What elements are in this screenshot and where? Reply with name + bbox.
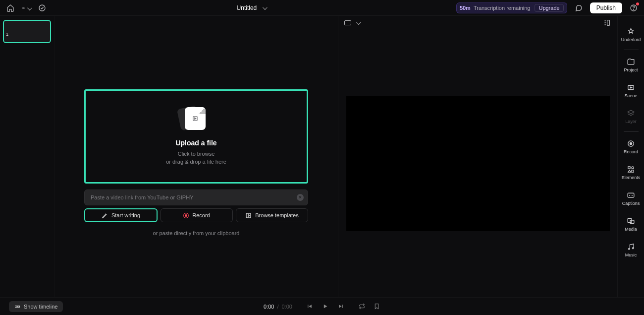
sidebar-item-elements[interactable]: Elements — [618, 161, 644, 185]
file-icon — [185, 107, 208, 131]
svg-rect-19 — [632, 170, 634, 172]
top-bar: Untitled 50m Transcription remaining Upg… — [0, 0, 644, 16]
upload-title: Upload a file — [175, 139, 216, 147]
svg-rect-9 — [249, 216, 251, 218]
sidebar-item-music[interactable]: Music — [618, 238, 644, 262]
help-icon[interactable] — [629, 3, 638, 12]
svg-point-3 — [39, 5, 45, 11]
svg-rect-7 — [246, 213, 248, 218]
sidebar-item-record[interactable]: Record — [618, 135, 644, 159]
menu-icon[interactable] — [22, 3, 31, 12]
svg-rect-17 — [628, 167, 630, 169]
skip-back-icon[interactable] — [306, 303, 313, 310]
action-row: Start writing Record Browse templates — [84, 208, 308, 222]
notification-dot — [636, 2, 639, 5]
sidebar-item-scene[interactable]: Scene — [618, 79, 644, 103]
checkmark-circle-icon[interactable] — [38, 3, 47, 12]
svg-rect-22 — [630, 220, 634, 223]
clear-icon[interactable]: ✕ — [297, 194, 304, 201]
chat-icon[interactable] — [574, 3, 583, 12]
loop-icon[interactable] — [359, 303, 366, 310]
duration: 0:00 — [282, 304, 292, 310]
transcription-pill: 50m Transcription remaining Upgrade — [456, 2, 567, 13]
svg-point-5 — [634, 9, 634, 10]
chevron-down-icon[interactable] — [261, 4, 266, 11]
sidebar-item-media[interactable]: Media — [618, 212, 644, 236]
templates-icon — [245, 212, 252, 219]
svg-rect-10 — [607, 20, 610, 26]
play-icon[interactable] — [322, 303, 329, 310]
preview-panel — [338, 16, 617, 297]
svg-point-23 — [629, 248, 630, 250]
chevron-down-icon — [25, 3, 31, 12]
upload-subtitle: Click to browse or drag & drop a file he… — [166, 150, 226, 166]
editor-panel: Upload a file Click to browse or drag & … — [54, 16, 338, 297]
bottom-bar: Show timeline 0:00 / 0:00 — [0, 297, 644, 315]
sidebar-item-underlord[interactable]: Underlord — [618, 23, 644, 47]
panel-settings-icon[interactable] — [602, 18, 611, 27]
transcription-minutes: 50m — [460, 5, 471, 11]
svg-point-24 — [632, 248, 634, 249]
upgrade-button[interactable]: Upgrade — [535, 4, 563, 12]
chevron-down-icon[interactable] — [354, 20, 360, 26]
svg-rect-8 — [249, 213, 251, 215]
aspect-ratio-icon[interactable] — [344, 20, 351, 25]
current-time: 0:00 — [264, 304, 274, 310]
record-button[interactable]: Record — [161, 208, 233, 222]
upload-dropzone[interactable]: Upload a file Click to browse or drag & … — [84, 89, 308, 184]
link-input-wrap: ✕ — [84, 189, 308, 205]
record-icon — [183, 213, 189, 218]
svg-point-18 — [632, 167, 634, 169]
right-sidebar: Underlord Project Scene Layer Record Ele… — [617, 16, 644, 297]
timeline-icon — [14, 304, 20, 310]
scene-number: 1 — [6, 32, 8, 37]
sidebar-item-layer[interactable]: Layer — [618, 105, 644, 128]
sidebar-item-captions[interactable]: Captions — [618, 187, 644, 210]
start-writing-button[interactable]: Start writing — [84, 208, 158, 222]
video-canvas[interactable] — [346, 96, 610, 231]
scene-thumbnail[interactable]: 1 — [3, 20, 51, 43]
title-text: Untitled — [237, 4, 257, 11]
bookmark-icon[interactable] — [374, 303, 380, 310]
sidebar-item-project[interactable]: Project — [618, 53, 644, 77]
timecode: 0:00 / 0:00 — [264, 303, 380, 310]
paste-hint: or paste directly from your clipboard — [153, 230, 240, 236]
scene-rail: 1 — [0, 16, 54, 297]
browse-templates-button[interactable]: Browse templates — [236, 208, 308, 222]
pen-icon — [102, 212, 108, 219]
show-timeline-button[interactable]: Show timeline — [9, 301, 63, 312]
document-title[interactable]: Untitled — [237, 4, 267, 11]
svg-rect-20 — [628, 193, 634, 197]
transcription-label: Transcription remaining — [474, 5, 531, 11]
skip-forward-icon[interactable] — [338, 303, 345, 310]
svg-point-16 — [630, 142, 632, 144]
publish-button[interactable]: Publish — [590, 2, 622, 13]
home-icon[interactable] — [6, 3, 15, 12]
video-link-input[interactable] — [84, 189, 308, 205]
main-area: 1 Upload a file Click to browse or drag … — [0, 16, 644, 297]
